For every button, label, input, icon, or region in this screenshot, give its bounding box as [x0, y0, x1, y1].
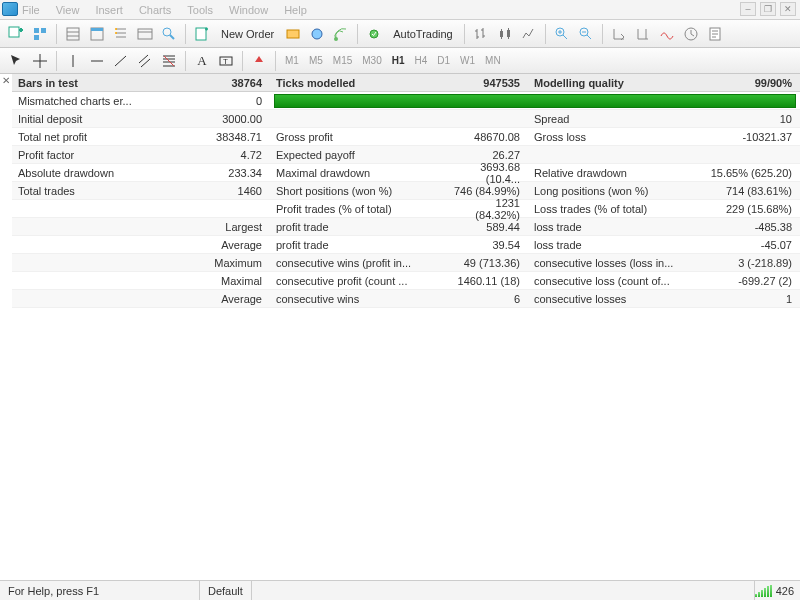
text-label-button[interactable]: T: [215, 50, 237, 72]
maximize-button[interactable]: ❐: [760, 2, 776, 16]
zoom-in-button[interactable]: [551, 23, 573, 45]
cell-value: Largest: [192, 221, 270, 233]
header-quality-value: 99/90%: [708, 77, 800, 89]
timeframe-m30[interactable]: M30: [362, 55, 381, 66]
menu-charts[interactable]: Charts: [139, 4, 171, 16]
new-chart-button[interactable]: [5, 23, 27, 45]
terminal-button[interactable]: [134, 23, 156, 45]
fibonacci-button[interactable]: [158, 50, 180, 72]
cell-value: 1460: [192, 185, 270, 197]
indicators-button[interactable]: [656, 23, 678, 45]
menu-bar: File View Insert Charts Tools Window Hel…: [0, 0, 800, 20]
cell-value: 714 (83.61%): [708, 185, 800, 197]
status-profile[interactable]: Default: [200, 581, 252, 600]
timeframe-h1[interactable]: H1: [392, 55, 405, 66]
close-panel-button[interactable]: ✕: [2, 75, 12, 85]
status-bar: For Help, press F1 Default 426: [0, 580, 800, 600]
svg-rect-4: [67, 28, 79, 40]
cell-label: loss trade: [528, 221, 708, 233]
market-watch-button[interactable]: [62, 23, 84, 45]
channel-button[interactable]: [134, 50, 156, 72]
cell-value: 39.54: [450, 239, 528, 251]
chart-shift-button[interactable]: [632, 23, 654, 45]
vertical-line-button[interactable]: [62, 50, 84, 72]
new-order-button[interactable]: New Order: [214, 23, 281, 45]
data-window-button[interactable]: [86, 23, 108, 45]
cell-label: Absolute drawdown: [12, 167, 192, 179]
cell-label: consecutive loss (count of...: [528, 275, 708, 287]
header-ticks-value: 947535: [450, 77, 528, 89]
cell-label: Maximal drawdown: [270, 167, 450, 179]
cell-label: consecutive wins (profit in...: [270, 257, 450, 269]
arrows-button[interactable]: [248, 50, 270, 72]
svg-rect-1: [34, 28, 39, 33]
navigator-button[interactable]: [110, 23, 132, 45]
cell-value: 48670.08: [450, 131, 528, 143]
cell-label: Gross loss: [528, 131, 708, 143]
cell-value: -45.07: [708, 239, 800, 251]
cell-value: 4.72: [192, 149, 270, 161]
cell-value: 6: [450, 293, 528, 305]
cursor-button[interactable]: [5, 50, 27, 72]
menu-tools[interactable]: Tools: [187, 4, 213, 16]
cell-label: profit trade: [270, 239, 450, 251]
signals-button[interactable]: [330, 23, 352, 45]
horizontal-line-button[interactable]: [86, 50, 108, 72]
cell-value: 49 (713.36): [450, 257, 528, 269]
timeframe-w1[interactable]: W1: [460, 55, 475, 66]
text-button[interactable]: A: [191, 50, 213, 72]
cell-label: Short positions (won %): [270, 185, 450, 197]
cell-label: Expected payoff: [270, 149, 450, 161]
cell-value: -10321.37: [708, 131, 800, 143]
timeframe-mn[interactable]: MN: [485, 55, 501, 66]
menu-file[interactable]: File: [22, 4, 40, 16]
cell-label: Profit trades (% of total): [270, 203, 450, 215]
cell-value: 10: [708, 113, 800, 125]
timeframe-h4[interactable]: H4: [415, 55, 428, 66]
cell-label: loss trade: [528, 239, 708, 251]
auto-scroll-button[interactable]: [608, 23, 630, 45]
minimize-button[interactable]: –: [740, 2, 756, 16]
autotrading-icon[interactable]: [363, 23, 385, 45]
connection-value: 426: [776, 585, 794, 597]
cell-label: Mismatched charts er...: [12, 95, 192, 107]
connection-status[interactable]: 426: [754, 581, 800, 600]
svg-point-13: [312, 29, 322, 39]
svg-text:T: T: [223, 57, 228, 66]
profiles-button[interactable]: [29, 23, 51, 45]
line-chart-button[interactable]: [518, 23, 540, 45]
trendline-button[interactable]: [110, 50, 132, 72]
candle-chart-button[interactable]: [494, 23, 516, 45]
timeframe-m5[interactable]: M5: [309, 55, 323, 66]
autotrading-button[interactable]: AutoTrading: [386, 23, 460, 45]
bar-chart-button[interactable]: [470, 23, 492, 45]
cell-value: 746 (84.99%): [450, 185, 528, 197]
menu-view[interactable]: View: [56, 4, 80, 16]
metaquotes-button[interactable]: [282, 23, 304, 45]
new-order-icon[interactable]: [191, 23, 213, 45]
close-button[interactable]: ✕: [780, 2, 796, 16]
timeframe-m15[interactable]: M15: [333, 55, 352, 66]
timeframe-d1[interactable]: D1: [437, 55, 450, 66]
report-row: Total trades1460Short positions (won %)7…: [12, 182, 800, 200]
templates-button[interactable]: [704, 23, 726, 45]
cell-value: 1460.11 (18): [450, 275, 528, 287]
header-bars-label: Bars in test: [12, 77, 192, 89]
report-row: Averageconsecutive wins6consecutive loss…: [12, 290, 800, 308]
menu-insert[interactable]: Insert: [95, 4, 123, 16]
menu-help[interactable]: Help: [284, 4, 307, 16]
report-row: Averageprofit trade39.54loss trade-45.07: [12, 236, 800, 254]
periods-button[interactable]: [680, 23, 702, 45]
menu-window[interactable]: Window: [229, 4, 268, 16]
strategy-tester-button[interactable]: [158, 23, 180, 45]
crosshair-button[interactable]: [29, 50, 51, 72]
cell-label: Total trades: [12, 185, 192, 197]
svg-point-8: [115, 32, 117, 34]
zoom-out-button[interactable]: [575, 23, 597, 45]
timeframe-m1[interactable]: M1: [285, 55, 299, 66]
cell-label: consecutive profit (count ...: [270, 275, 450, 287]
expert-advisors-button[interactable]: [306, 23, 328, 45]
cell-value: 3000.00: [192, 113, 270, 125]
report-row: Mismatched charts er...0: [12, 92, 800, 110]
svg-rect-11: [196, 28, 206, 40]
